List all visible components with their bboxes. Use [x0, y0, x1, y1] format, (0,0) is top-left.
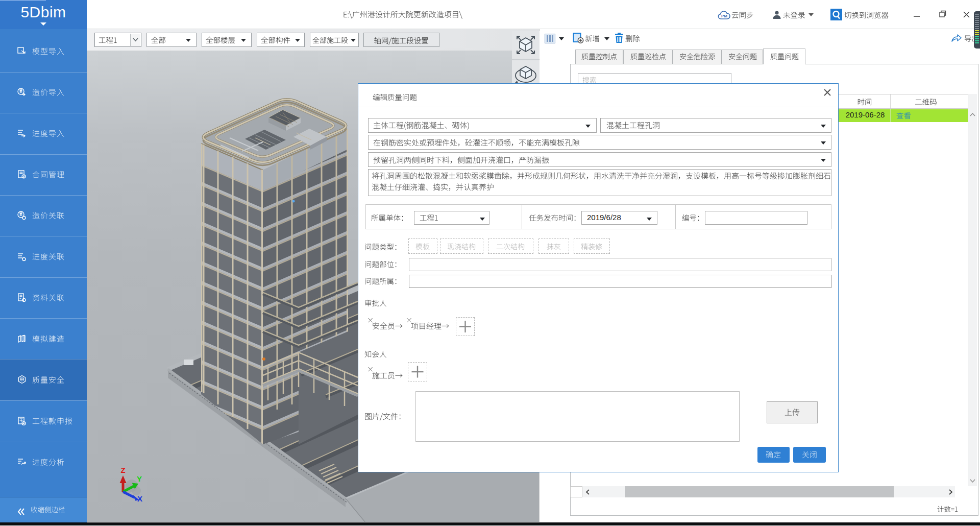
svg-text:X: X	[137, 494, 142, 503]
svg-text:Z: Z	[120, 466, 125, 474]
svg-text:Y: Y	[137, 474, 142, 483]
svg-text:PM: PM	[721, 14, 727, 18]
